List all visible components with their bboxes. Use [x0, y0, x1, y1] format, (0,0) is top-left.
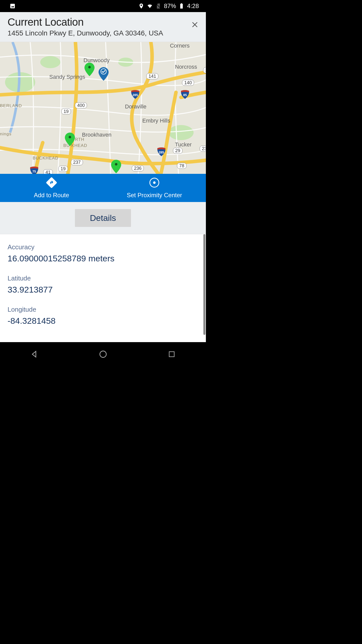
- status-left: [10, 3, 16, 9]
- map-pin-icon[interactable]: [84, 63, 95, 76]
- set-proximity-center-button[interactable]: Set Proximity Center: [103, 174, 206, 202]
- map-route-badge: 236: [200, 146, 206, 152]
- battery-icon: [178, 3, 185, 9]
- longitude-label: Longitude: [8, 306, 198, 313]
- svg-rect-20: [46, 177, 57, 188]
- battery-pct: 87%: [164, 3, 176, 10]
- map-city-label: Doraville: [125, 103, 147, 110]
- image-icon: [10, 3, 16, 9]
- field-accuracy: Accuracy 16.09000015258789 meters: [8, 243, 198, 263]
- tab-details[interactable]: Details: [75, 209, 131, 227]
- add-to-route-label: Add to Route: [34, 192, 69, 199]
- recents-button[interactable]: [164, 347, 179, 362]
- svg-marker-23: [32, 351, 36, 357]
- home-button[interactable]: [96, 347, 111, 362]
- svg-rect-4: [181, 3, 182, 4]
- svg-point-18: [69, 136, 71, 138]
- accuracy-value: 16.09000015258789 meters: [8, 254, 198, 263]
- header: Current Location 1455 Lincoln Pkwy E, Du…: [0, 12, 206, 42]
- add-to-route-button[interactable]: Add to Route: [0, 174, 103, 202]
- map-view[interactable]: DunwoodySandy SpringsCornersNorcrossDora…: [0, 42, 206, 174]
- map-route-badge: 140: [182, 80, 194, 86]
- interstate-shield-icon: 285: [130, 89, 140, 99]
- tab-row: Details: [0, 202, 206, 234]
- interstate-shield-icon: 285: [156, 147, 166, 157]
- map-city-label: RTH: [75, 137, 84, 142]
- map-pin-icon[interactable]: [111, 160, 121, 173]
- interstate-shield-icon: 85: [180, 89, 190, 99]
- svg-rect-25: [169, 352, 174, 357]
- svg-text:85: 85: [183, 93, 187, 97]
- map-city-label: BERLAND: [0, 103, 22, 108]
- map-pin-icon[interactable]: [65, 133, 75, 146]
- map-city-label: Embry Hills: [142, 117, 170, 124]
- address-subtitle: 1455 Lincoln Pkwy E, Dunwoody, GA 30346,…: [8, 29, 163, 37]
- scrollbar-indicator: [203, 234, 205, 335]
- map-city-label: BUCKHEAD: [33, 156, 58, 161]
- svg-text:285: 285: [132, 93, 138, 97]
- status-bar: 87% 4:28: [0, 0, 206, 12]
- map-route-badge: 400: [75, 102, 87, 108]
- map-route-badge: 3: [203, 67, 206, 73]
- longitude-value: -84.3281458: [8, 316, 198, 326]
- map-route-badge: 236: [132, 165, 144, 171]
- map-city-label: nings: [0, 132, 12, 137]
- svg-rect-3: [180, 4, 183, 9]
- wifi-icon: [147, 3, 153, 9]
- map-route-badge: 19: [58, 166, 68, 172]
- location-icon: [138, 3, 144, 9]
- accuracy-label: Accuracy: [8, 243, 198, 251]
- map-route-badge: 19: [61, 108, 71, 114]
- interstate-shield-icon: 75: [29, 166, 39, 174]
- close-button[interactable]: [190, 16, 200, 34]
- svg-point-10: [168, 125, 194, 140]
- svg-text:75: 75: [32, 170, 36, 173]
- action-bar: Add to Route Set Proximity Center: [0, 174, 206, 202]
- map-route-badge: 237: [71, 159, 83, 165]
- current-location-pin[interactable]: [99, 67, 109, 81]
- no-sim-icon: [155, 3, 161, 9]
- map-city-label: Sandy Springs: [49, 74, 85, 80]
- map-route-badge: 78: [177, 163, 187, 169]
- details-body[interactable]: Accuracy 16.09000015258789 meters Latitu…: [0, 234, 206, 342]
- field-latitude: Latitude 33.9213877: [8, 274, 198, 295]
- clock-time: 4:28: [187, 3, 199, 10]
- target-icon: [149, 177, 160, 190]
- svg-point-24: [100, 351, 106, 357]
- map-route-badge: 41: [43, 169, 53, 174]
- directions-icon: [46, 177, 57, 190]
- map-route-badge: 141: [146, 73, 158, 79]
- map-city-label: Norcross: [175, 64, 197, 70]
- set-proximity-label: Set Proximity Center: [127, 192, 182, 199]
- latitude-label: Latitude: [8, 274, 198, 282]
- back-button[interactable]: [27, 347, 42, 362]
- svg-point-22: [153, 181, 156, 184]
- status-right: 87% 4:28: [138, 3, 199, 10]
- svg-point-9: [40, 56, 60, 68]
- page-title: Current Location: [8, 16, 163, 28]
- svg-rect-0: [10, 4, 15, 8]
- system-nav-bar: [0, 342, 206, 366]
- svg-text:285: 285: [159, 150, 164, 154]
- field-longitude: Longitude -84.3281458: [8, 306, 198, 326]
- svg-point-16: [88, 66, 91, 68]
- map-city-label: Brookhaven: [82, 132, 111, 138]
- svg-point-19: [115, 163, 117, 166]
- map-city-label: Corners: [170, 43, 190, 49]
- map-route-badge: 29: [173, 148, 183, 154]
- map-city-label: Tucker: [175, 141, 192, 148]
- latitude-value: 33.9213877: [8, 285, 198, 295]
